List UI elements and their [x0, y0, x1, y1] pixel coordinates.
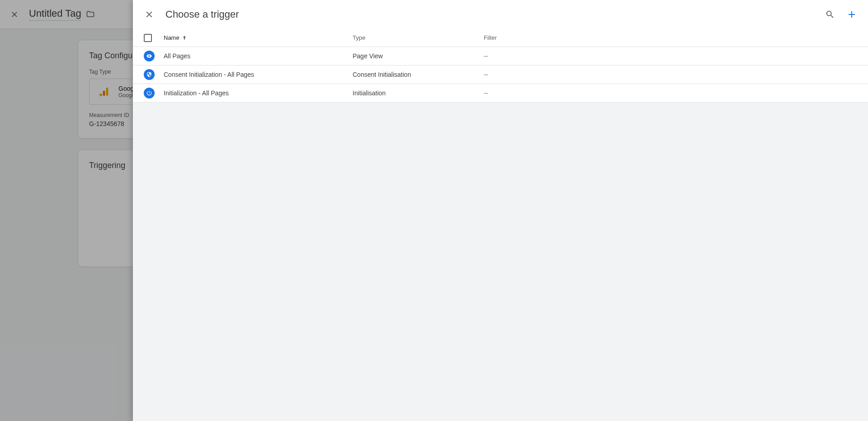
trigger-filter: --: [484, 71, 857, 78]
choose-trigger-panel: Choose a trigger Name Type Filter: [133, 0, 868, 421]
trigger-name: All Pages: [164, 52, 190, 60]
panel-empty-area: [133, 103, 868, 421]
trigger-name: Consent Initialization - All Pages: [164, 71, 254, 78]
trigger-type: Consent Initialisation: [353, 71, 484, 78]
trigger-filter: --: [484, 89, 857, 97]
trigger-filter: --: [484, 52, 857, 60]
column-name[interactable]: Name: [164, 34, 353, 41]
close-icon[interactable]: [144, 9, 155, 20]
table-header: Name Type Filter: [133, 29, 868, 47]
shield-icon: [144, 69, 155, 80]
column-filter[interactable]: Filter: [484, 34, 857, 41]
trigger-type: Page View: [353, 52, 484, 60]
eye-icon: [144, 51, 155, 61]
panel-title: Choose a trigger: [165, 9, 239, 20]
table-row[interactable]: All Pages Page View --: [133, 47, 868, 65]
table-row[interactable]: Consent Initialization - All Pages Conse…: [133, 65, 868, 84]
select-all-checkbox[interactable]: [144, 34, 152, 42]
power-icon: [144, 88, 155, 98]
sort-ascending-icon: [181, 35, 188, 41]
table-row[interactable]: Initialization - All Pages Initialisatio…: [133, 84, 868, 103]
column-type[interactable]: Type: [353, 34, 484, 41]
trigger-table: Name Type Filter All Pages Page View --: [133, 29, 868, 103]
column-name-label: Name: [164, 34, 179, 41]
trigger-name: Initialization - All Pages: [164, 89, 229, 97]
trigger-type: Initialisation: [353, 89, 484, 97]
search-icon[interactable]: [825, 9, 835, 20]
panel-header: Choose a trigger: [133, 0, 868, 29]
add-icon[interactable]: [846, 9, 857, 20]
